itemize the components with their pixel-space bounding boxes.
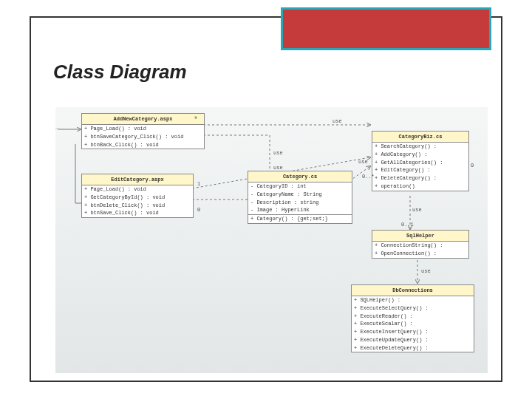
rel-mult: 0..* (362, 174, 375, 180)
rel-label-use: use (421, 268, 431, 274)
class-op: + GetAllCategories() : (372, 159, 468, 167)
class-op: + btnDelete_Click() : void (82, 202, 193, 210)
class-op: + GetCategoryById() : void (82, 194, 193, 202)
class-op: + EditCategory() : (372, 166, 468, 174)
class-categorybiz: CategoryBiz.cs + SearchCategory() : + Ad… (372, 131, 469, 191)
rel-label-use: use (332, 118, 342, 124)
class-op: + AddCategory() : (372, 151, 468, 159)
class-addnewcategory: AddNewCategory.aspx + Page_Load() : void… (81, 113, 205, 149)
page-title: Class Diagram (53, 61, 187, 83)
class-op: + Page_Load() : void (82, 185, 193, 194)
rel-label-use: use (412, 207, 422, 213)
class-op: + SearchCategory() : (372, 143, 468, 151)
class-attr: - CategoryName : String (248, 191, 352, 199)
class-name: Category.cs (248, 171, 352, 183)
rel-label-use: use (358, 159, 368, 165)
class-op: + ExecuteUpdateQuery() : (352, 336, 474, 344)
class-op: + Category() : {get;set;} (248, 215, 352, 223)
title-accent-box (281, 7, 491, 50)
new-icon: * (194, 116, 198, 124)
class-op: + ExecuteScalar() : (352, 320, 474, 328)
class-op: + ConnectionString() : (372, 242, 468, 250)
class-op: + OpenConnection() : (372, 250, 468, 258)
rel-label-use: use (273, 150, 283, 156)
class-editcategory: EditCategory.aspx + Page_Load() : void +… (81, 174, 194, 218)
class-attr: - Description : string (248, 199, 352, 207)
class-category: Category.cs - CategoryID : int - Categor… (248, 171, 352, 224)
class-name: DbConnections (352, 285, 474, 296)
rel-arrow-glyph: → (55, 126, 58, 132)
rel-mult: 0 (471, 163, 474, 168)
rel-mult: 1 (197, 181, 200, 187)
class-name: SqlHelper (372, 231, 468, 242)
class-op: + DeleteCategory() : (372, 174, 468, 183)
class-name: EditCategory.aspx (82, 174, 193, 185)
class-op: + ExecuteReader() : (352, 313, 474, 321)
class-name: CategoryBiz.cs (372, 132, 468, 143)
class-op: + btnSave_Click() : void (82, 209, 193, 217)
class-sqlhelper: SqlHelper + ConnectionString() : + OpenC… (372, 230, 469, 259)
class-name: AddNewCategory.aspx (82, 114, 204, 125)
class-op: + ExecuteInsertQuery() : (352, 328, 474, 336)
class-dbconnections: DbConnections + SQLHelper() : + ExecuteS… (351, 284, 474, 352)
class-op: + ExecuteSelectQuery() : (352, 304, 474, 313)
class-op: + ExecuteDeleteQuery() : (352, 344, 474, 352)
rel-mult: 0..1 (401, 222, 414, 228)
class-op: + SQLHelper() : (352, 296, 474, 304)
rel-mult: 0 (197, 207, 200, 213)
class-op: + operation() (372, 183, 468, 191)
class-diagram: AddNewCategory.aspx + Page_Load() : void… (55, 107, 488, 373)
class-op: + Page_Load() : void (82, 125, 204, 133)
class-op: + btnSaveCategory_Click() : void (82, 133, 204, 141)
rel-label-use: use (273, 165, 283, 171)
class-op: + btnBack_Click() : void (82, 141, 204, 149)
class-attr: - CategoryID : int (248, 183, 352, 191)
class-attr: - Image : HyperLink (248, 206, 352, 214)
